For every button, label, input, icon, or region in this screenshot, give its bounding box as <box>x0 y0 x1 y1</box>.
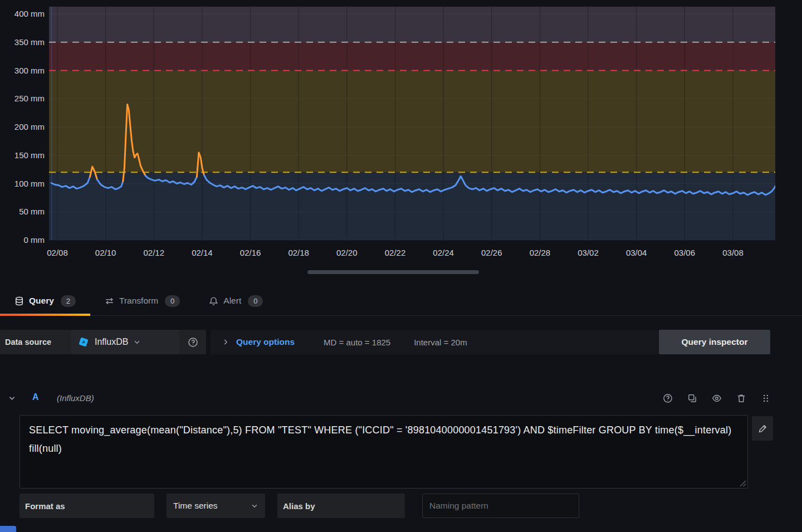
textarea-resize-handle[interactable] <box>740 480 746 487</box>
data-source-picker[interactable]: InfluxDB <box>71 330 189 354</box>
duplicate-query-icon[interactable] <box>687 393 697 403</box>
time-series-chart: 0 mm50 mm100 mm150 mm200 mm250 mm300 mm3… <box>0 0 802 262</box>
pencil-icon <box>758 424 767 433</box>
tab-query-label: Query <box>29 296 54 306</box>
bell-icon <box>209 296 218 306</box>
query-inspector-button[interactable]: Query inspector <box>659 330 770 354</box>
x-tick-label: 02/22 <box>385 248 406 257</box>
tab-query[interactable]: Query 2 <box>0 286 90 315</box>
question-circle-icon <box>188 337 198 348</box>
x-tick-label: 02/08 <box>47 248 68 257</box>
y-tick-label: 0 mm <box>24 235 45 245</box>
editor-tab-bar: Query 2 Transform 0 Alert 0 <box>0 286 802 316</box>
collapse-query-chevron-icon[interactable] <box>8 394 16 402</box>
database-icon <box>14 296 24 306</box>
query-options-label: Query options <box>236 337 295 347</box>
query-text: SELECT moving_average(mean("Distance"),5… <box>20 416 747 463</box>
tab-alert-label: Alert <box>223 296 241 306</box>
interval-text: Interval = 20m <box>414 338 467 347</box>
chevron-down-icon <box>251 502 258 510</box>
query-datasource-hint: (InfluxDB) <box>57 393 94 403</box>
x-tick-label: 02/16 <box>240 248 261 257</box>
tab-alert[interactable]: Alert 0 <box>194 286 277 315</box>
format-as-select[interactable]: Time series <box>167 494 265 518</box>
panel-resize-handle[interactable] <box>307 270 479 274</box>
format-as-label: Format as <box>19 494 154 518</box>
x-tick-label: 02/12 <box>144 248 165 257</box>
query-ref-id: A <box>32 392 39 402</box>
data-source-help-button[interactable] <box>179 330 206 354</box>
tab-transform-label: Transform <box>119 296 158 306</box>
toggle-text-edit-button[interactable] <box>752 416 773 441</box>
influxql-query-textarea[interactable]: SELECT moving_average(mean("Distance"),5… <box>19 415 748 489</box>
y-tick-label: 300 mm <box>14 66 45 75</box>
format-as-value: Time series <box>173 501 218 511</box>
x-tick-label: 03/08 <box>722 248 744 257</box>
max-data-points-text: MD = auto = 1825 <box>324 338 390 347</box>
y-tick-label: 150 mm <box>14 150 45 160</box>
x-tick-label: 03/04 <box>626 248 647 257</box>
alert-count-badge: 0 <box>248 295 263 307</box>
y-tick-label: 400 mm <box>14 9 45 18</box>
chevron-right-icon <box>222 338 229 346</box>
tab-transform[interactable]: Transform 0 <box>90 286 194 315</box>
x-tick-label: 02/24 <box>433 248 454 257</box>
data-source-value: InfluxDB <box>95 337 128 347</box>
y-tick-label: 100 mm <box>14 179 45 188</box>
influxdb-logo-icon <box>77 336 90 348</box>
add-query-button-partial[interactable] <box>0 526 16 532</box>
query-count-badge: 2 <box>61 295 76 307</box>
x-tick-label: 02/18 <box>288 248 309 257</box>
x-tick-label: 02/14 <box>192 248 213 257</box>
x-tick-label: 02/28 <box>530 248 551 257</box>
x-tick-label: 02/10 <box>95 248 116 257</box>
transform-icon <box>105 296 114 306</box>
chevron-down-icon <box>133 338 141 346</box>
data-source-label: Data source <box>0 330 71 354</box>
x-tick-label: 02/26 <box>481 248 502 257</box>
y-tick-label: 250 mm <box>14 94 45 103</box>
query-help-icon[interactable] <box>663 393 673 403</box>
y-tick-label: 50 mm <box>19 207 45 216</box>
drag-query-grip-icon[interactable] <box>761 393 771 403</box>
toggle-query-visibility-icon[interactable] <box>712 393 722 403</box>
delete-query-icon[interactable] <box>736 393 746 403</box>
alias-by-label: Alias by <box>277 494 405 518</box>
query-row-header: A (InfluxDB) <box>0 386 802 411</box>
alias-by-input[interactable] <box>422 494 579 518</box>
y-tick-label: 200 mm <box>14 122 45 131</box>
x-tick-label: 03/02 <box>578 248 599 257</box>
time-series-panel[interactable]: 0 mm50 mm100 mm150 mm200 mm250 mm300 mm3… <box>0 0 802 262</box>
x-tick-label: 02/20 <box>336 248 358 257</box>
x-tick-label: 03/06 <box>674 248 696 257</box>
query-options-toggle[interactable]: Query options MD = auto = 1825 Interval … <box>211 330 658 354</box>
transform-count-badge: 0 <box>165 295 180 307</box>
y-tick-label: 350 mm <box>14 37 45 47</box>
